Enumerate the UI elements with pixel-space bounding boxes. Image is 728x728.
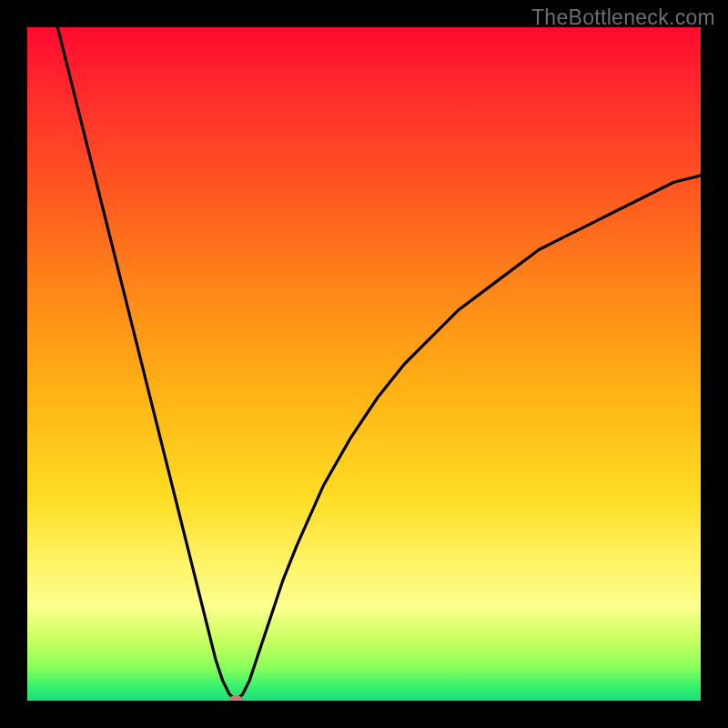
chart-frame: TheBottleneck.com: [0, 0, 728, 728]
plot-area: [27, 27, 701, 701]
curve-svg: [27, 27, 701, 701]
watermark-text: TheBottleneck.com: [531, 5, 715, 30]
bottleneck-curve: [27, 27, 701, 701]
